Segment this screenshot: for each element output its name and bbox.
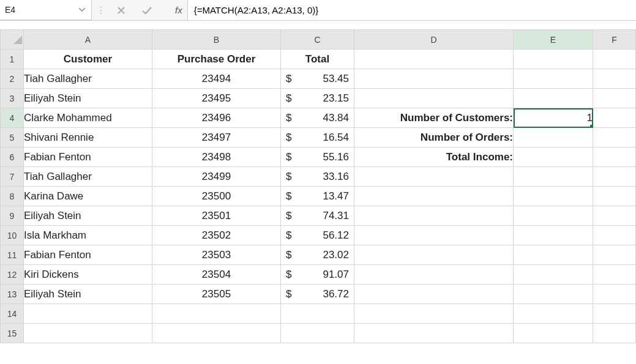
cell-B3[interactable]: 23495 xyxy=(152,89,281,108)
cell-F10[interactable] xyxy=(593,226,636,245)
cell-F4[interactable] xyxy=(593,108,636,128)
cell-A11[interactable]: Fabian Fenton xyxy=(24,245,152,265)
cell-B6[interactable]: 23498 xyxy=(152,147,281,167)
cell-C12[interactable]: $91.07 xyxy=(281,265,354,284)
cell-E2[interactable] xyxy=(514,69,593,89)
cell-A10[interactable]: Isla Markham xyxy=(24,226,152,245)
name-box[interactable]: E4 xyxy=(0,0,92,20)
row-header-8[interactable]: 8 xyxy=(1,187,24,206)
cell-B9[interactable]: 23501 xyxy=(152,206,281,226)
cell-E1[interactable] xyxy=(514,50,593,69)
cell-D1[interactable] xyxy=(354,50,514,69)
cell-A5[interactable]: Shivani Rennie xyxy=(24,128,152,147)
cell-F2[interactable] xyxy=(593,69,636,89)
cell-C5[interactable]: $16.54 xyxy=(281,128,354,147)
cell-F8[interactable] xyxy=(593,187,636,206)
cell-F7[interactable] xyxy=(593,167,636,187)
cell-A7[interactable]: Tiah Gallagher xyxy=(24,167,152,187)
cell-C9[interactable]: $74.31 xyxy=(281,206,354,226)
row-header-6[interactable]: 6 xyxy=(1,147,24,167)
cell-F15[interactable] xyxy=(593,324,636,343)
cell-E4[interactable]: 1 xyxy=(514,108,593,128)
col-header-D[interactable]: D xyxy=(354,30,514,50)
row-header-12[interactable]: 12 xyxy=(1,265,24,284)
cell-F9[interactable] xyxy=(593,206,636,226)
enter-icon[interactable] xyxy=(141,4,153,17)
col-header-B[interactable]: B xyxy=(152,30,281,50)
cell-C8[interactable]: $13.47 xyxy=(281,187,354,206)
cell-C3[interactable]: $23.15 xyxy=(281,89,354,108)
cell-B11[interactable]: 23503 xyxy=(152,245,281,265)
spreadsheet-grid[interactable]: A B C D E F 1 Customer Purchase Order To… xyxy=(0,29,636,343)
cell-A9[interactable]: Eiliyah Stein xyxy=(24,206,152,226)
cell-D3[interactable] xyxy=(354,89,514,108)
fx-icon[interactable]: fx xyxy=(175,5,182,15)
cell-E7[interactable] xyxy=(514,167,593,187)
cell-D13[interactable] xyxy=(354,284,514,304)
cell-B5[interactable]: 23497 xyxy=(152,128,281,147)
cell-C13[interactable]: $36.72 xyxy=(281,284,354,304)
cell-D4[interactable]: Number of Customers: xyxy=(354,108,514,128)
cell-B15[interactable] xyxy=(152,324,281,343)
cell-B2[interactable]: 23494 xyxy=(152,69,281,89)
cell-F6[interactable] xyxy=(593,147,636,167)
cell-B10[interactable]: 23502 xyxy=(152,226,281,245)
cell-C11[interactable]: $23.02 xyxy=(281,245,354,265)
cell-E13[interactable] xyxy=(514,284,593,304)
row-header-11[interactable]: 11 xyxy=(1,245,24,265)
cell-B12[interactable]: 23504 xyxy=(152,265,281,284)
cell-E15[interactable] xyxy=(514,324,593,343)
cell-A15[interactable] xyxy=(24,324,152,343)
cell-B14[interactable] xyxy=(152,304,281,324)
cell-C2[interactable]: $53.45 xyxy=(281,69,354,89)
cell-F11[interactable] xyxy=(593,245,636,265)
cell-E10[interactable] xyxy=(514,226,593,245)
row-header-2[interactable]: 2 xyxy=(1,69,24,89)
cell-D2[interactable] xyxy=(354,69,514,89)
cell-F14[interactable] xyxy=(593,304,636,324)
col-header-F[interactable]: F xyxy=(593,30,636,50)
cell-E6[interactable] xyxy=(514,147,593,167)
cell-A12[interactable]: Kiri Dickens xyxy=(24,265,152,284)
cell-D12[interactable] xyxy=(354,265,514,284)
cell-E3[interactable] xyxy=(514,89,593,108)
cell-B8[interactable]: 23500 xyxy=(152,187,281,206)
formula-input[interactable] xyxy=(187,0,636,20)
cell-F13[interactable] xyxy=(593,284,636,304)
row-header-9[interactable]: 9 xyxy=(1,206,24,226)
cell-B1[interactable]: Purchase Order xyxy=(152,50,281,69)
cell-F3[interactable] xyxy=(593,89,636,108)
row-header-5[interactable]: 5 xyxy=(1,128,24,147)
name-box-dropdown-icon[interactable] xyxy=(78,6,86,14)
row-header-3[interactable]: 3 xyxy=(1,89,24,108)
cell-D10[interactable] xyxy=(354,226,514,245)
cell-F12[interactable] xyxy=(593,265,636,284)
cell-A13[interactable]: Eiliyah Stein xyxy=(24,284,152,304)
cell-E11[interactable] xyxy=(514,245,593,265)
cell-D5[interactable]: Number of Orders: xyxy=(354,128,514,147)
cell-E12[interactable] xyxy=(514,265,593,284)
cell-D7[interactable] xyxy=(354,167,514,187)
row-header-1[interactable]: 1 xyxy=(1,50,24,69)
cell-C4[interactable]: $43.84 xyxy=(281,108,354,128)
cell-A6[interactable]: Fabian Fenton xyxy=(24,147,152,167)
cell-A4[interactable]: Clarke Mohammed xyxy=(24,108,152,128)
col-header-E[interactable]: E xyxy=(514,30,593,50)
cell-D11[interactable] xyxy=(354,245,514,265)
col-header-A[interactable]: A xyxy=(24,30,152,50)
cell-A3[interactable]: Eiliyah Stein xyxy=(24,89,152,108)
cell-D14[interactable] xyxy=(354,304,514,324)
cell-A8[interactable]: Karina Dawe xyxy=(24,187,152,206)
row-header-10[interactable]: 10 xyxy=(1,226,24,245)
row-header-15[interactable]: 15 xyxy=(1,324,24,343)
cell-E8[interactable] xyxy=(514,187,593,206)
cell-A1[interactable]: Customer xyxy=(24,50,152,69)
cell-E14[interactable] xyxy=(514,304,593,324)
cell-C15[interactable] xyxy=(281,324,354,343)
cell-A2[interactable]: Tiah Gallagher xyxy=(24,69,152,89)
cell-B4[interactable]: 23496 xyxy=(152,108,281,128)
cell-B13[interactable]: 23505 xyxy=(152,284,281,304)
cell-C7[interactable]: $33.16 xyxy=(281,167,354,187)
row-header-14[interactable]: 14 xyxy=(1,304,24,324)
cell-F1[interactable] xyxy=(593,50,636,69)
